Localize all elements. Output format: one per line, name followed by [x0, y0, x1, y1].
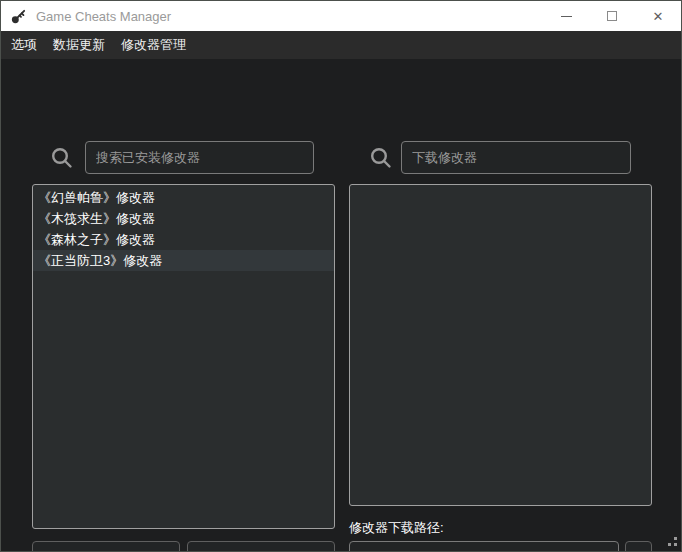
download-results-list[interactable]: [349, 184, 652, 506]
minimize-icon: [561, 16, 572, 17]
list-item[interactable]: 《森林之子》修改器: [33, 229, 334, 250]
download-search-input[interactable]: [401, 141, 631, 174]
launch-button[interactable]: 启动: [32, 541, 180, 552]
key-icon: [10, 8, 27, 25]
search-icon: [368, 145, 394, 171]
resize-grip[interactable]: [666, 536, 677, 547]
maximize-icon: [607, 11, 617, 21]
download-path-label: 修改器下载路径:: [349, 519, 444, 537]
download-path-input[interactable]: [349, 541, 619, 552]
search-icon: [49, 145, 75, 171]
installed-trainers-list[interactable]: 《幻兽帕鲁》修改器 《木筏求生》修改器 《森林之子》修改器 《正当防卫3》修改器: [32, 184, 335, 529]
menu-item[interactable]: 数据更新: [45, 31, 113, 59]
menubar: 选项 数据更新 修改器管理: [1, 31, 681, 59]
installed-search-input[interactable]: [85, 141, 314, 174]
list-item[interactable]: 《正当防卫3》修改器: [33, 250, 334, 271]
minimize-button[interactable]: [543, 1, 589, 31]
delete-button[interactable]: 删除: [187, 541, 335, 552]
close-icon: ✕: [653, 10, 664, 23]
content-area: 《幻兽帕鲁》修改器 《木筏求生》修改器 《森林之子》修改器 《正当防卫3》修改器…: [1, 59, 681, 551]
browse-button[interactable]: ...: [625, 541, 652, 552]
titlebar[interactable]: Game Cheats Manager ✕: [1, 1, 681, 31]
list-item[interactable]: 《木筏求生》修改器: [33, 208, 334, 229]
menu-item[interactable]: 选项: [3, 31, 45, 59]
list-item[interactable]: 《幻兽帕鲁》修改器: [33, 187, 334, 208]
window-title: Game Cheats Manager: [36, 9, 171, 24]
maximize-button[interactable]: [589, 1, 635, 31]
window-controls: ✕: [543, 1, 681, 31]
close-button[interactable]: ✕: [635, 1, 681, 31]
app-window: Game Cheats Manager ✕ 选项 数据更新 修改器管理: [0, 0, 682, 552]
menu-item[interactable]: 修改器管理: [113, 31, 194, 59]
